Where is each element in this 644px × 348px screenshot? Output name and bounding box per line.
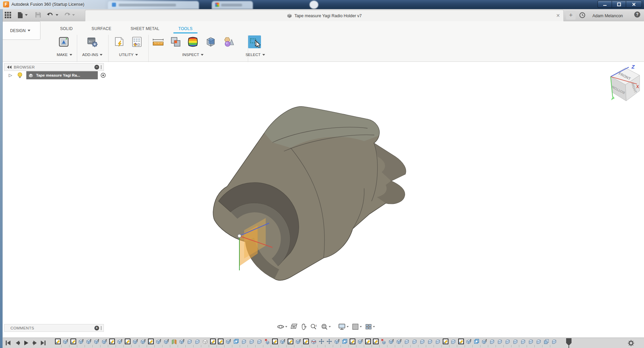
timeline-go-to-end-button[interactable]: [40, 340, 46, 346]
document-tab[interactable]: Tape measure Yagi Radio Holder v7 ✕: [85, 10, 564, 21]
extrude-feature[interactable]: [139, 339, 147, 345]
fillet-feature[interactable]: [411, 339, 418, 345]
redo-button[interactable]: [64, 12, 71, 19]
tab-surface[interactable]: SURFACE: [92, 26, 112, 31]
fillet-feature[interactable]: [527, 339, 535, 345]
select-group-label[interactable]: SELECT: [245, 53, 265, 57]
extrude-feature[interactable]: [356, 339, 364, 345]
inspect-group-label[interactable]: INSPECT: [182, 53, 204, 57]
addins-scripts-button[interactable]: >-: [87, 36, 98, 49]
inspect-validate-button[interactable]: [223, 36, 234, 49]
browser-panel-minus-icon[interactable]: −: [94, 65, 99, 70]
delete-feature[interactable]: [380, 339, 387, 345]
extrude-feature[interactable]: [62, 339, 69, 345]
close-button[interactable]: [626, 1, 642, 8]
fillet-feature[interactable]: [488, 339, 496, 345]
display-settings-caret-icon[interactable]: [347, 326, 349, 327]
sketch-feature[interactable]: [147, 339, 155, 345]
fillet-feature[interactable]: [504, 339, 511, 345]
tab-tools[interactable]: TOOLS: [178, 26, 193, 31]
body-feature[interactable]: [201, 339, 209, 345]
fillet-feature[interactable]: [449, 339, 457, 345]
fillet-feature[interactable]: [248, 339, 256, 345]
help-button[interactable]: ?: [634, 11, 640, 18]
extrude-feature[interactable]: [465, 339, 473, 345]
extrude-feature[interactable]: [279, 339, 287, 345]
maximize-button[interactable]: [612, 1, 626, 8]
fillet-feature[interactable]: [194, 339, 201, 345]
plane-feature[interactable]: [232, 339, 240, 345]
extrude-feature[interactable]: [85, 339, 93, 345]
plane-feature[interactable]: [473, 339, 480, 345]
timeline-position-marker[interactable]: [566, 338, 572, 348]
inspect-measure-button[interactable]: [152, 36, 164, 49]
browser-panel-header[interactable]: BROWSER −: [4, 63, 104, 71]
fillet-feature[interactable]: [426, 339, 434, 345]
addins-group-label[interactable]: ADD-INS: [82, 53, 103, 57]
sketch-feature[interactable]: [217, 339, 225, 345]
inspect-section-button[interactable]: [205, 36, 216, 49]
sketch-feature[interactable]: [209, 339, 217, 345]
timeline-settings-gear-icon[interactable]: [628, 340, 634, 346]
file-menu-button[interactable]: [18, 12, 23, 20]
extrude-feature[interactable]: [93, 339, 100, 345]
fillet-feature[interactable]: [418, 339, 426, 345]
view-cube[interactable]: FRONT RIGHT BOTTOM Z X: [605, 63, 642, 104]
fillet-feature[interactable]: [186, 339, 194, 345]
plane-feature[interactable]: [341, 339, 349, 345]
fillet-feature[interactable]: [511, 339, 519, 345]
make-3d-print-button[interactable]: [58, 36, 69, 49]
document-tab-close-icon[interactable]: ✕: [556, 13, 560, 18]
save-button[interactable]: [35, 12, 41, 19]
grid-snap-button[interactable]: [351, 323, 363, 331]
display-state-radio-icon[interactable]: [100, 73, 106, 78]
minimize-button[interactable]: [597, 1, 612, 8]
extrude-feature[interactable]: [77, 339, 85, 345]
timeline-step-forward-button[interactable]: [32, 340, 38, 346]
grid-caret-icon[interactable]: [360, 326, 362, 327]
zoom-button[interactable]: ±: [309, 323, 319, 331]
extrude-feature[interactable]: [395, 339, 403, 345]
sketch-feature[interactable]: [364, 339, 372, 345]
fillet-feature[interactable]: [519, 339, 527, 345]
user-account-button[interactable]: Adam Melancon: [592, 14, 623, 18]
sketch-feature[interactable]: [457, 339, 465, 345]
inspect-interference-button[interactable]: [170, 36, 181, 49]
tab-solid[interactable]: SOLID: [60, 26, 73, 31]
data-panel-toggle-button[interactable]: [5, 12, 11, 20]
move-feature[interactable]: [325, 339, 333, 345]
comments-panel-header[interactable]: COMMENTS +: [4, 324, 104, 332]
viewports-caret-icon[interactable]: [373, 326, 375, 327]
fit-button[interactable]: [320, 323, 332, 331]
timeline-go-to-start-button[interactable]: [5, 340, 11, 346]
pan-button[interactable]: [300, 323, 308, 331]
look-at-button[interactable]: [290, 323, 298, 330]
new-document-tab-button[interactable]: +: [566, 11, 576, 20]
job-status-button[interactable]: [579, 12, 585, 20]
extrude-feature[interactable]: [225, 339, 232, 345]
fillet-feature[interactable]: [496, 339, 504, 345]
browser-panel-grip[interactable]: [101, 65, 101, 69]
timeline-play-button[interactable]: [24, 340, 29, 346]
file-menu-caret-icon[interactable]: [25, 14, 28, 16]
browser-root-component[interactable]: Tape measure Yagi Ra...: [26, 71, 98, 79]
origin-point[interactable]: [238, 234, 241, 238]
inspect-curvature-button[interactable]: [187, 36, 199, 49]
comments-panel-grip[interactable]: [101, 326, 101, 330]
fillet-feature[interactable]: [256, 339, 263, 345]
sketch-feature[interactable]: [69, 339, 77, 345]
fillet-feature[interactable]: [535, 339, 543, 345]
sketch-feature[interactable]: [108, 339, 116, 345]
make-group-label[interactable]: MAKE: [57, 53, 72, 57]
sketch-feature[interactable]: [287, 339, 294, 345]
fillet-feature[interactable]: [434, 339, 442, 345]
display-settings-button[interactable]: [337, 323, 350, 331]
move-feature[interactable]: [318, 339, 325, 345]
extrude-feature[interactable]: [294, 339, 302, 345]
redo-history-caret-icon[interactable]: [72, 14, 75, 16]
extrude-feature[interactable]: [333, 339, 341, 345]
collapse-panel-icon[interactable]: [7, 65, 12, 69]
fillet-feature[interactable]: [550, 339, 558, 345]
combine-feature[interactable]: [543, 339, 550, 345]
extrude-feature[interactable]: [116, 339, 124, 345]
